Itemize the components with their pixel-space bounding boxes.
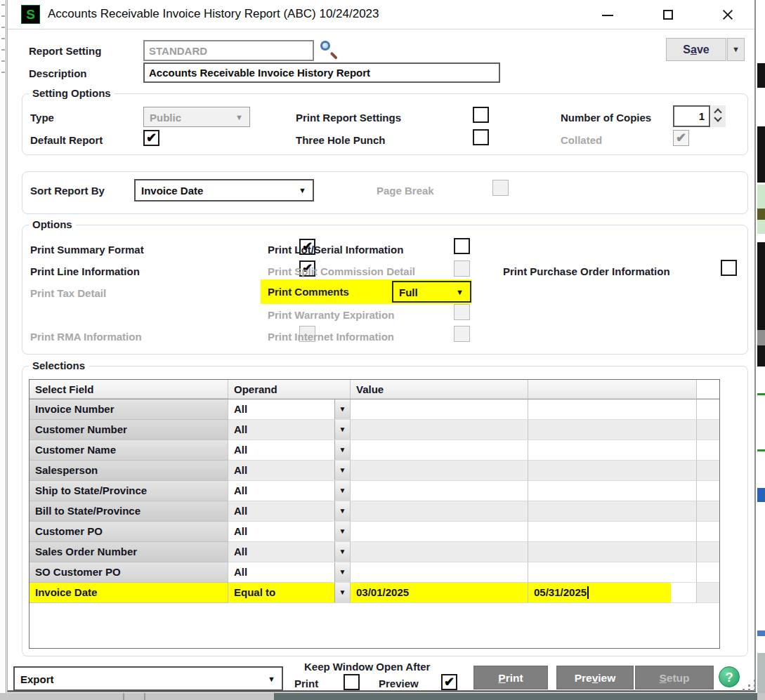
options-title: Options	[29, 218, 76, 230]
resize-grip[interactable]	[743, 680, 758, 691]
operand-dropdown-button[interactable]: ▼	[334, 461, 350, 480]
page-break-label: Page Break	[377, 185, 434, 197]
selection-field-cell[interactable]: SO Customer PO	[30, 562, 228, 583]
selection-value-cell[interactable]	[351, 501, 528, 522]
operand-dropdown-button[interactable]: ▼	[334, 481, 350, 501]
selection-field-cell[interactable]: Customer PO	[30, 522, 228, 542]
selection-field-cell[interactable]: Salesperson	[30, 461, 228, 481]
type-label: Type	[30, 112, 54, 124]
print-button[interactable]: Print	[473, 666, 548, 689]
selection-value-cell[interactable]	[351, 562, 528, 583]
keep-open-print-checkbox[interactable]: ✔	[344, 674, 360, 690]
column-header: Select Field	[30, 380, 228, 399]
save-dropdown-button[interactable]: ▼	[727, 38, 745, 61]
print-report-settings-checkbox[interactable]: ✔	[473, 107, 489, 123]
selection-operand-cell[interactable]: All▼	[228, 440, 351, 461]
number-of-copies-input[interactable]: 1	[673, 105, 710, 127]
report-setting-input[interactable]	[143, 40, 314, 61]
print-comments-combo[interactable]: Full ▼	[392, 281, 471, 303]
selection-operand-cell[interactable]: All▼	[228, 522, 351, 542]
operand-dropdown-button[interactable]: ▼	[334, 501, 350, 521]
keep-open-preview-checkbox[interactable]: ✔	[441, 674, 457, 690]
save-button[interactable]: Save	[666, 38, 726, 61]
sort-report-by-combo[interactable]: Invoice Date ▼	[134, 179, 314, 202]
selection-operand-cell[interactable]: Equal to▼	[228, 583, 351, 603]
column-header: Operand	[228, 380, 351, 399]
selection-operand-cell[interactable]: All▼	[228, 501, 351, 522]
selection-extra-cell	[697, 522, 719, 542]
selection-extra-cell	[697, 399, 719, 420]
print-purchase-order-checkbox[interactable]: ✔	[721, 260, 737, 276]
selection-extra-cell	[697, 420, 719, 440]
selection-value2-cell[interactable]	[528, 399, 697, 420]
maximize-button[interactable]	[660, 7, 676, 22]
close-button[interactable]	[720, 7, 735, 22]
selection-field-cell[interactable]: Customer Name	[30, 440, 228, 461]
keep-open-preview-label: Preview	[379, 678, 419, 689]
operand-dropdown-button[interactable]: ▼	[334, 522, 350, 541]
selection-value-cell[interactable]	[351, 481, 528, 501]
operand-dropdown-button[interactable]: ▼	[334, 583, 350, 602]
selection-value2-cell[interactable]	[528, 562, 697, 583]
selection-field-cell[interactable]: Invoice Date	[30, 583, 228, 603]
selection-operand-cell[interactable]: All▼	[228, 562, 351, 583]
help-icon[interactable]: ?	[719, 666, 740, 687]
selection-operand-cell[interactable]: All▼	[228, 542, 351, 562]
selection-field-cell[interactable]: Sales Order Number	[30, 542, 228, 562]
selection-row: Ship to State/ProvinceAll▼	[30, 481, 719, 501]
preview-button[interactable]: Preview	[556, 666, 634, 689]
minimize-button[interactable]	[600, 7, 615, 22]
selection-value-cell[interactable]: 03/01/2025	[351, 583, 528, 603]
spinner-down-icon[interactable]	[714, 114, 721, 121]
selection-value2-cell[interactable]	[528, 461, 697, 481]
selection-extra-cell	[697, 542, 719, 562]
selection-operand-cell[interactable]: All▼	[228, 481, 351, 501]
sort-report-by-label: Sort Report By	[30, 185, 105, 197]
selection-field-cell[interactable]: Bill to State/Province	[30, 501, 228, 522]
selection-value-cell[interactable]	[351, 522, 528, 542]
operand-dropdown-button[interactable]: ▼	[334, 399, 350, 419]
default-report-checkbox[interactable]: ✔	[143, 130, 159, 146]
print-rma-label: Print RMA Information	[30, 331, 142, 343]
operand-dropdown-button[interactable]: ▼	[334, 542, 350, 562]
lookup-magnifier-icon[interactable]	[320, 40, 341, 61]
background-window-right-sliver	[757, 0, 765, 700]
export-combo[interactable]: Export ▼	[13, 666, 283, 691]
selection-row: Bill to State/ProvinceAll▼	[30, 501, 719, 522]
selection-value-cell[interactable]	[351, 461, 528, 481]
operand-value: All	[234, 403, 247, 415]
selection-field-cell[interactable]: Invoice Number	[30, 399, 228, 420]
selection-value2-cell[interactable]	[528, 440, 697, 461]
operand-value: All	[234, 505, 247, 517]
selection-value2-cell[interactable]	[528, 522, 697, 542]
operand-dropdown-button[interactable]: ▼	[334, 420, 350, 440]
print-lot-serial-checkbox[interactable]: ✔	[454, 238, 470, 254]
selection-value2-cell[interactable]	[528, 481, 697, 501]
three-hole-punch-checkbox[interactable]: ✔	[473, 129, 489, 145]
selection-value-cell[interactable]	[351, 420, 528, 440]
description-input[interactable]	[143, 62, 500, 83]
selections-table-body: Invoice NumberAll▼Customer NumberAll▼Cus…	[30, 399, 719, 603]
selection-value2-cell[interactable]: 05/31/2025	[528, 583, 697, 603]
selection-value2-cell[interactable]	[528, 501, 697, 522]
default-report-label: Default Report	[30, 134, 103, 146]
selection-value-cell[interactable]	[351, 440, 528, 461]
text-cursor	[587, 586, 589, 599]
selection-value2-cell[interactable]	[528, 542, 697, 562]
title-bar[interactable]: S Accounts Receivable Invoice History Re…	[8, 0, 754, 29]
print-line-information-label: Print Line Information	[30, 265, 140, 277]
selection-field-cell[interactable]: Customer Number	[30, 420, 228, 440]
selection-operand-cell[interactable]: All▼	[228, 399, 351, 420]
selection-operand-cell[interactable]: All▼	[228, 461, 351, 481]
number-of-copies-stepper[interactable]	[711, 105, 726, 127]
selection-field-cell[interactable]: Ship to State/Province	[30, 481, 228, 501]
selection-value-cell[interactable]	[351, 542, 528, 562]
selection-row: Customer NameAll▼	[30, 440, 719, 461]
selection-value-cell[interactable]	[351, 399, 528, 420]
selection-operand-cell[interactable]: All▼	[228, 420, 351, 440]
print-warranty-label: Print Warranty Expiration	[268, 309, 394, 321]
type-combo[interactable]: Public ▼	[143, 107, 250, 127]
operand-dropdown-button[interactable]: ▼	[334, 562, 350, 582]
operand-dropdown-button[interactable]: ▼	[334, 440, 350, 460]
selection-value2-cell[interactable]	[528, 420, 697, 440]
